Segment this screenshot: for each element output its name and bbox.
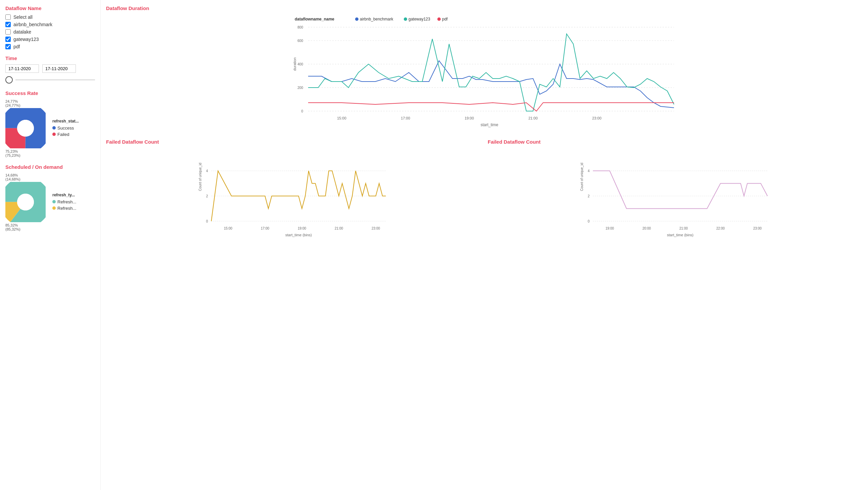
svg-text:4: 4 (588, 169, 590, 173)
success-rate-title: Success Rate (5, 90, 95, 96)
svg-text:400: 400 (298, 62, 303, 66)
scheduled-pie-area: 14,68%(14,68%) 85,32%(85,32%) refresh_ty… (5, 173, 95, 231)
svg-text:0: 0 (301, 110, 303, 113)
date-end-input[interactable] (42, 64, 76, 73)
duration-chart-title: Dataflow Duration (106, 5, 863, 11)
svg-text:17:00: 17:00 (401, 116, 410, 120)
svg-text:2: 2 (206, 194, 208, 198)
datalake-checkbox[interactable] (5, 29, 11, 35)
svg-text:20:00: 20:00 (643, 226, 651, 230)
duration-chart-svg: dataflowname_name airbnb_benchmark gatew… (106, 14, 863, 128)
svg-point-7 (355, 18, 359, 21)
scheduled-pie-container: 14,68%(14,68%) 85,32%(85,32%) (5, 173, 45, 231)
svg-text:22:00: 22:00 (716, 226, 725, 230)
datalake-label: datalake (13, 29, 31, 35)
svg-text:23:00: 23:00 (592, 116, 601, 120)
slider-track (16, 80, 95, 80)
gateway-checkbox[interactable] (5, 37, 11, 42)
success-dot (52, 126, 56, 129)
svg-point-5 (17, 194, 34, 210)
date-inputs (5, 64, 95, 73)
time-title: Time (5, 55, 95, 61)
scheduled-legend: refresh_ty... Refresh... Refresh... (52, 193, 76, 212)
scheduled-pie-svg (5, 182, 45, 222)
success-rate-section: Success Rate 24,77%(24,77%) 75,23%(75,23… (5, 90, 95, 157)
success-legend-failed: Failed (52, 132, 79, 137)
svg-text:19:00: 19:00 (606, 226, 614, 230)
airbnb-item[interactable]: airbnb_benchmark (5, 22, 95, 27)
success-rate-sub-bottom: (75,23%) (5, 153, 21, 157)
slider-handle[interactable] (5, 76, 13, 84)
scheduled-section: Scheduled / On demand 14,68%(14,68%) 85,… (5, 164, 95, 231)
svg-text:15:00: 15:00 (337, 116, 346, 120)
svg-text:800: 800 (298, 26, 303, 29)
select-all-label: Select all (13, 14, 33, 20)
main-content: Dataflow Duration dataflowname_name airb… (101, 0, 868, 490)
dataflow-name-title: Dataflow Name (5, 5, 95, 11)
svg-text:start_time: start_time (480, 123, 498, 127)
time-slider[interactable] (5, 76, 95, 84)
select-all-checkbox[interactable] (5, 14, 11, 20)
success-rate-legend-title: refresh_stat... (52, 119, 79, 123)
svg-point-9 (404, 18, 407, 21)
svg-text:23:00: 23:00 (372, 226, 380, 230)
svg-point-11 (437, 18, 441, 21)
failed-dot (52, 132, 56, 136)
datalake-item[interactable]: datalake (5, 29, 95, 35)
failed-count-top-section: Failed Dataflow Count Count of unique_id… (106, 139, 481, 242)
pdf-checkbox[interactable] (5, 44, 11, 49)
svg-text:start_time (bins): start_time (bins) (667, 233, 693, 237)
duration-chart-section: Dataflow Duration dataflowname_name airb… (106, 5, 863, 129)
success-rate-pie-svg (5, 108, 45, 148)
teal-legend-label: Refresh... (57, 200, 76, 204)
gateway-label: gateway123 (13, 37, 39, 42)
svg-text:start_time (bins): start_time (bins) (285, 233, 312, 237)
scheduled-legend-title: refresh_ty... (52, 193, 76, 197)
svg-text:21:00: 21:00 (679, 226, 688, 230)
date-start-input[interactable] (5, 64, 39, 73)
svg-text:15:00: 15:00 (224, 226, 232, 230)
success-legend-success: Success (52, 125, 79, 130)
svg-text:airbnb_benchmark: airbnb_benchmark (360, 17, 393, 22)
failed-count-top-title: Failed Dataflow Count (106, 139, 481, 145)
teal-dot (52, 200, 56, 204)
pdf-label: pdf (13, 44, 20, 49)
svg-point-2 (17, 120, 34, 136)
success-rate-pie-container: 24,77%(24,77%) 75,23%(75,23%) (5, 99, 45, 157)
bottom-charts-grid: Failed Dataflow Count Count of unique_id… (106, 139, 863, 252)
scheduled-title: Scheduled / On demand (5, 164, 95, 170)
scheduled-legend-teal: Refresh... (52, 200, 76, 204)
failed-count-bottom-section: Failed Dataflow Count Count of unique_id… (488, 139, 863, 242)
failed-count-top-svg: Count of unique_id 0 2 4 15:00 17:00 19:… (106, 147, 481, 241)
pdf-item[interactable]: pdf (5, 44, 95, 49)
sidebar: Dataflow Name Select all airbnb_benchmar… (0, 0, 101, 490)
airbnb-checkbox[interactable] (5, 22, 11, 27)
scheduled-outside-bottom: 85,32%(85,32%) (5, 223, 45, 231)
failed-count-bottom-svg: Count of unique_id 0 2 4 19:00 20:00 21:… (488, 147, 863, 241)
svg-text:19:00: 19:00 (465, 116, 474, 120)
svg-text:Count of unique_id: Count of unique_id (198, 163, 202, 191)
scheduled-outside-top: 14,68%(14,68%) (5, 173, 45, 181)
success-rate-legend: refresh_stat... Success Failed (52, 119, 79, 138)
dataflow-checkbox-group: Select all airbnb_benchmark datalake gat… (5, 14, 95, 49)
time-section: Time (5, 55, 95, 84)
failed-legend-label: Failed (57, 132, 69, 137)
svg-text:21:00: 21:00 (528, 116, 538, 120)
svg-text:0: 0 (588, 219, 590, 223)
svg-text:duration: duration (293, 57, 297, 71)
success-legend-label: Success (57, 125, 74, 130)
success-rate-pie-area: 24,77%(24,77%) 75,23%(75,23%) refresh_st… (5, 99, 95, 157)
success-rate-outside-bottom: 75,23%(75,23%) (5, 149, 45, 157)
airbnb-label: airbnb_benchmark (13, 22, 52, 27)
svg-text:dataflowname_name: dataflowname_name (295, 17, 334, 22)
svg-text:600: 600 (298, 39, 303, 42)
svg-text:2: 2 (588, 194, 590, 198)
svg-text:gateway123: gateway123 (408, 17, 430, 22)
gateway-item[interactable]: gateway123 (5, 37, 95, 42)
success-rate-outside-top: 24,77%(24,77%) (5, 99, 45, 108)
svg-text:0: 0 (206, 219, 208, 223)
svg-text:pdf: pdf (442, 17, 448, 22)
failed-count-bottom-title: Failed Dataflow Count (488, 139, 863, 145)
select-all-item[interactable]: Select all (5, 14, 95, 20)
svg-text:19:00: 19:00 (298, 226, 306, 230)
